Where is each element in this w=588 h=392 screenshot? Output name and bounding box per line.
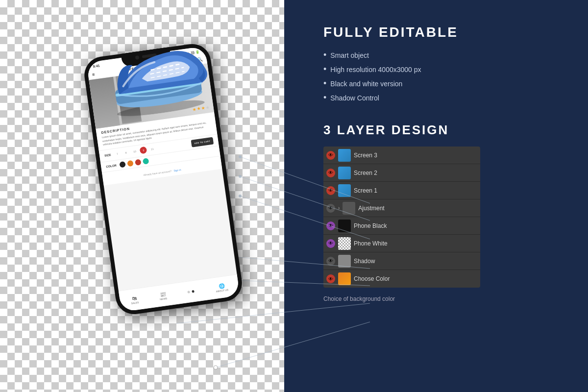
nav-news[interactable]: 📰 NEWS (159, 291, 167, 300)
color-orange[interactable] (127, 160, 134, 167)
layer-row-adjustment: 👁 › Ajustment (323, 199, 480, 217)
layer-row-screen2: 👁 Screen 2 (323, 164, 480, 182)
shoe-svg (103, 32, 220, 120)
feature-resolution: • High resolution 4000x3000 px (323, 64, 568, 74)
signin-text: Already have an account? (143, 170, 172, 176)
layer-thumb-adjustment (343, 202, 355, 215)
layer-name-shadow: Shadow (354, 258, 477, 265)
layer-eye-screen2[interactable]: 👁 (326, 169, 335, 177)
bg-color-text: Choice of background color (323, 295, 568, 302)
size-7[interactable]: 7 (113, 150, 121, 158)
layer-name-phone-black: Phone Black (354, 222, 477, 229)
right-content: FULLY EDITABLE • Smart object • High res… (284, 0, 588, 392)
layer-row-phone-black: 👁 Phone Black (323, 217, 480, 235)
layer-thumb-screen2 (338, 167, 351, 179)
layer-name-screen2: Screen 2 (354, 170, 477, 176)
features-list: • Smart object • High resolution 4000x30… (323, 50, 568, 103)
layer-eye-choose-color[interactable]: 👁 (326, 274, 335, 283)
layer-row-shadow: 👁 Shadow (323, 252, 480, 270)
floating-shoe (103, 32, 220, 124)
color-red[interactable] (135, 159, 142, 166)
size-10[interactable]: 10 (131, 147, 139, 155)
layer-thumb-choose-color (338, 272, 351, 285)
color-cyan[interactable] (142, 158, 149, 165)
feature-bw: • Black and white version (323, 78, 568, 89)
layer-name-screen1: Screen 1 (354, 187, 477, 194)
size-label: SIZE (104, 153, 111, 157)
layer-design-title: 3 LAYER DESIGN (323, 122, 568, 138)
pagination-dot (188, 290, 195, 294)
layer-eye-shadow[interactable]: 👁 (326, 257, 335, 266)
layer-thumb-phone-white (338, 237, 351, 250)
nav-sales[interactable]: 🛍 SALES (130, 295, 139, 305)
size-11[interactable]: 11 (148, 145, 156, 153)
layer-thumb-screen3 (338, 149, 351, 162)
color-black[interactable] (119, 161, 126, 168)
layer-row-screen3: 👁 Screen 3 (323, 147, 480, 164)
layer-name-choose-color: Choose Color (354, 275, 477, 282)
layer-arrow-adjustment: › (338, 205, 340, 211)
add-to-cart-button[interactable]: ADD TO CART (191, 137, 214, 147)
layer-row-screen1: 👁 Screen 1 (323, 182, 480, 199)
feature-smart-object: • Smart object (323, 50, 568, 60)
nav-about[interactable]: 🌐 ABOUT US (215, 282, 229, 293)
layer-eye-phone-white[interactable]: 👁 (326, 239, 335, 248)
layer-eye-phone-black[interactable]: 👁 (326, 221, 335, 230)
layer-row-choose-color: 👁 Choose Color (323, 270, 480, 288)
layer-eye-adjustment[interactable]: 👁 (326, 204, 335, 213)
layer-thumb-phone-black (338, 220, 351, 232)
hamburger-icon: ≡ (92, 72, 95, 77)
layer-thumb-screen1 (338, 184, 351, 197)
layer-thumb-shadow (338, 255, 351, 268)
bullet-3: • (323, 78, 326, 89)
bullet-2: • (323, 64, 326, 74)
size-8[interactable]: 8 (122, 149, 130, 157)
color-label: COLOR (106, 164, 117, 168)
layer-name-screen3: Screen 3 (354, 152, 477, 159)
layer-row-phone-white: 👁 Phone White (323, 235, 480, 252)
signin-link[interactable]: Sign in (173, 168, 181, 172)
bullet-4: • (323, 93, 326, 103)
feature-shadow: • Shadow Control (323, 93, 568, 103)
layer-eye-screen3[interactable]: 👁 (326, 151, 335, 160)
layers-panel: 👁 Screen 3 👁 Screen 2 👁 Screen 1 👁 › Aju… (323, 147, 480, 288)
fully-editable-title: FULLY EDITABLE (323, 24, 568, 40)
bullet-1: • (323, 50, 326, 60)
layer-name-adjustment: Ajustment (358, 205, 477, 212)
layer-eye-screen1[interactable]: 👁 (326, 186, 335, 195)
layer-name-phone-white: Phone White (354, 240, 477, 247)
size-9-active[interactable]: 9 (140, 147, 147, 154)
